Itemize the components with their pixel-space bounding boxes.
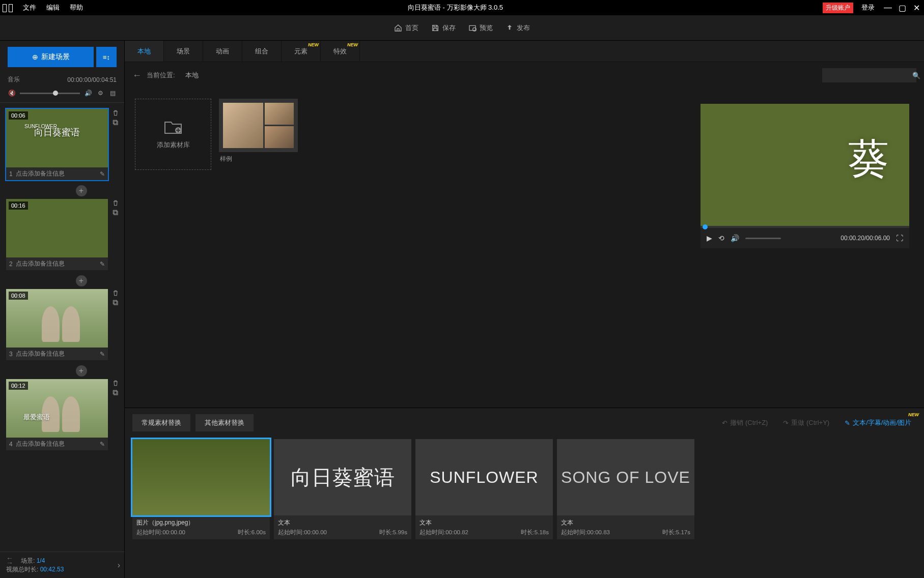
asset-tab-4[interactable]: 元素NEW	[282, 41, 321, 62]
clone-scene-icon[interactable]	[111, 389, 119, 396]
clone-scene-icon[interactable]	[111, 209, 119, 216]
fullscreen-icon[interactable]: ⛶	[896, 234, 903, 242]
music-settings-icon[interactable]: ⚙	[96, 89, 104, 97]
edit-note-icon[interactable]: ✎	[100, 170, 105, 178]
home-button[interactable]: 首页	[394, 23, 418, 33]
volume-up-icon[interactable]: 🔊	[84, 89, 92, 97]
clip-duration: 时长:5.18s	[521, 529, 549, 536]
volume-icon[interactable]: 🔊	[731, 234, 739, 242]
expand-icon[interactable]: ›	[118, 561, 120, 570]
clip-start: 起始时间:00:00.00	[278, 529, 327, 536]
clip-3[interactable]: SONG OF LOVE 文本 起始时间:00:00.83 时长:5.17s	[557, 439, 694, 539]
back-icon[interactable]: ←	[132, 70, 142, 81]
play-icon[interactable]: ▶	[707, 234, 712, 242]
total-duration-value: 00:42.53	[40, 566, 64, 573]
scene-index: 4	[9, 441, 13, 448]
scene-item-4[interactable]: 最爱蜜语 00:12 4 点击添加备注信息 ✎	[5, 378, 109, 451]
edit-note-icon[interactable]: ✎	[100, 441, 105, 448]
tab-regular-replace[interactable]: 常规素材替换	[132, 414, 190, 431]
scene-thumbnail: 00:08	[6, 289, 108, 348]
clip-start: 起始时间:00:00.82	[419, 529, 468, 536]
save-button[interactable]: 保存	[431, 23, 456, 33]
svg-rect-3	[114, 211, 118, 215]
search-input[interactable]	[826, 72, 912, 79]
edit-note-icon[interactable]: ✎	[100, 261, 105, 268]
asset-tab-0[interactable]: 本地	[125, 41, 164, 62]
asset-tab-5[interactable]: 特效NEW	[321, 41, 360, 62]
scene-item-1[interactable]: SUNFLOWER向日葵蜜语 00:06 1 点击添加备注信息 ✎	[5, 108, 109, 181]
delete-scene-icon[interactable]	[111, 379, 119, 387]
save-icon	[431, 24, 439, 32]
preview-button[interactable]: 预览	[468, 23, 493, 33]
clip-preview	[132, 439, 270, 515]
undo-icon: ↶	[722, 419, 727, 427]
scene-note[interactable]: 点击添加备注信息	[16, 169, 100, 178]
publish-icon	[506, 24, 514, 32]
home-icon	[394, 24, 402, 32]
app-logo	[3, 4, 13, 12]
upgrade-button[interactable]: 升级账户	[823, 3, 853, 13]
clone-scene-icon[interactable]	[111, 299, 119, 306]
sidebar-footer: ←→ 场景: 1/4 视频总时长: 00:42.53 ›	[0, 552, 124, 578]
scene-sidebar: ⊕ 新建场景 ≡↕ 音乐 00:00:00/00:04:51 🔇 🔊 ⚙ ▤ S…	[0, 41, 125, 578]
close-button[interactable]: ✕	[911, 3, 921, 13]
minimize-button[interactable]: —	[883, 3, 893, 12]
new-scene-button[interactable]: ⊕ 新建场景	[8, 47, 94, 67]
scene-note[interactable]: 点击添加备注信息	[16, 259, 100, 268]
delete-scene-icon[interactable]	[111, 109, 119, 117]
edit-note-icon[interactable]: ✎	[100, 351, 105, 358]
scene-note[interactable]: 点击添加备注信息	[16, 350, 100, 358]
clip-title: 图片（jpg,png,jpeg）	[136, 518, 266, 527]
clone-scene-icon[interactable]	[111, 119, 119, 126]
tab-other-replace[interactable]: 其他素材替换	[195, 414, 254, 431]
publish-button[interactable]: 发布	[506, 23, 530, 33]
clip-title: 文本	[561, 518, 690, 527]
folder-label: 样例	[219, 152, 298, 166]
preview-progress[interactable]	[701, 226, 909, 228]
scene-item-2[interactable]: 00:16 2 点击添加备注信息 ✎	[5, 198, 109, 271]
music-label: 音乐	[8, 75, 20, 84]
asset-tab-1[interactable]: 场景	[164, 41, 203, 62]
search-icon[interactable]: 🔍	[912, 72, 920, 79]
text-subtitle-edit-button[interactable]: ✎ 文本/字幕/动画/图片 NEW	[839, 418, 916, 427]
reorder-arrows[interactable]: ←→	[6, 556, 13, 565]
menu-file[interactable]: 文件	[18, 3, 41, 12]
asset-tab-2[interactable]: 动画	[203, 41, 242, 62]
insert-scene-button[interactable]: +	[76, 275, 87, 286]
breadcrumb-label: 当前位置:	[147, 71, 175, 80]
publish-label: 发布	[517, 23, 530, 33]
undo-button: ↶ 撤销 (Ctrl+Z)	[717, 418, 773, 427]
sort-scenes-button[interactable]: ≡↕	[96, 47, 117, 67]
insert-scene-button[interactable]: +	[76, 365, 87, 377]
delete-scene-icon[interactable]	[111, 199, 119, 207]
scene-note[interactable]: 点击添加备注信息	[16, 440, 100, 448]
svg-rect-2	[113, 120, 117, 124]
loop-icon[interactable]: ⟲	[718, 234, 724, 242]
maximize-button[interactable]: ▢	[897, 3, 907, 13]
insert-scene-button[interactable]: +	[76, 185, 87, 196]
new-scene-label: 新建场景	[41, 52, 70, 62]
window-title: 向日葵蜜语 - 万彩影像大师 3.0.5	[88, 3, 823, 12]
clip-1[interactable]: 向日葵蜜语 文本 起始时间:00:00.00 时长:5.99s	[274, 439, 411, 539]
preview-canvas[interactable]: 葵	[701, 104, 909, 226]
scene-item-3[interactable]: 00:08 3 点击添加备注信息 ✎	[5, 288, 109, 361]
delete-scene-icon[interactable]	[111, 289, 119, 297]
scene-duration-badge: 00:12	[9, 382, 28, 390]
preview-volume-slider[interactable]	[745, 238, 781, 239]
music-list-icon[interactable]: ▤	[108, 89, 117, 97]
mute-icon[interactable]: 🔇	[8, 89, 16, 97]
login-button[interactable]: 登录	[857, 3, 879, 12]
clip-0[interactable]: 图片（jpg,png,jpeg） 起始时间:00:00.00 时长:6.00s	[132, 439, 270, 539]
scene-thumbnail: 00:16	[6, 199, 108, 257]
menu-edit[interactable]: 编辑	[41, 3, 65, 12]
menu-help[interactable]: 帮助	[65, 3, 88, 12]
preview-time: 00:00.20/00:06.00	[841, 235, 890, 242]
clip-2[interactable]: SUNFLOWER 文本 起始时间:00:00.82 时长:5.18s	[415, 439, 553, 539]
scene-duration-badge: 00:06	[9, 111, 28, 120]
redo-icon: ↷	[783, 419, 789, 427]
add-asset-folder[interactable]: 添加素材库	[135, 99, 211, 170]
search-box[interactable]: 🔍	[822, 68, 916, 82]
sample-folder[interactable]: 样例	[219, 99, 298, 166]
volume-slider[interactable]	[20, 93, 80, 94]
asset-tab-3[interactable]: 组合	[242, 41, 282, 62]
